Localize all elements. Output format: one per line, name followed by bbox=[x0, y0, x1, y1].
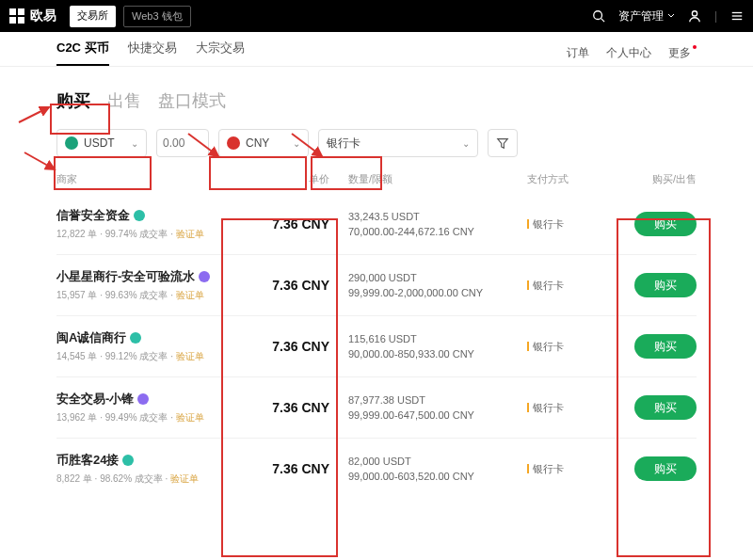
topbar-right: 资产管理 | bbox=[592, 8, 744, 24]
subnav-c2c[interactable]: C2C 买币 bbox=[56, 40, 109, 66]
user-icon[interactable] bbox=[688, 9, 701, 23]
price-value: 7.36 CNY bbox=[245, 278, 339, 293]
price-value: 7.36 CNY bbox=[245, 216, 339, 232]
merchant-name[interactable]: 闽A诚信商行 bbox=[56, 329, 245, 346]
asset-management-link[interactable]: 资产管理 bbox=[618, 8, 675, 24]
verified-label: 验证单 bbox=[170, 473, 199, 484]
svg-rect-1 bbox=[18, 8, 24, 15]
qty-limit: 87,977.38 USDT99,999.00-647,500.00 CNY bbox=[339, 392, 527, 424]
buy-button[interactable]: 购买 bbox=[634, 212, 697, 236]
price-value: 7.36 CNY bbox=[245, 400, 339, 415]
buy-button[interactable]: 购买 bbox=[634, 456, 697, 481]
search-icon[interactable] bbox=[592, 9, 605, 23]
merchant-badge-icon bbox=[137, 393, 149, 405]
payment-bar-icon bbox=[527, 464, 529, 473]
payment-bar-icon bbox=[527, 403, 529, 412]
table-row: 小星星商行-安全可验流水15,957 单 · 99.63% 成交率 · 验证单7… bbox=[56, 254, 697, 315]
merchant-name[interactable]: 安全交易-小锋 bbox=[56, 391, 245, 408]
verified-label: 验证单 bbox=[176, 412, 204, 423]
buy-button[interactable]: 购买 bbox=[634, 273, 697, 297]
payment-method: 银行卡 bbox=[527, 401, 612, 415]
payment-select[interactable]: 银行卡 ⌄ bbox=[318, 129, 478, 157]
subnav-left: C2C 买币 快捷交易 大宗交易 bbox=[56, 40, 245, 66]
price-value: 7.36 CNY bbox=[245, 461, 339, 476]
coin-select[interactable]: USDT ⌄ bbox=[56, 129, 147, 157]
topbar: 欧易 交易所 Web3 钱包 资产管理 | bbox=[0, 0, 753, 32]
svg-line-5 bbox=[601, 19, 605, 23]
svg-rect-2 bbox=[9, 17, 16, 24]
chevron-down-icon: ⌄ bbox=[462, 138, 470, 149]
merchant-stats: 14,545 单 · 99.12% 成交率 · 验证单 bbox=[56, 350, 245, 363]
brand-text: 欧易 bbox=[30, 8, 56, 24]
buy-button[interactable]: 购买 bbox=[634, 334, 697, 359]
merchant-name[interactable]: 信誉安全资金 bbox=[56, 207, 245, 224]
subnav: C2C 买币 快捷交易 大宗交易 订单 个人中心 更多 bbox=[0, 32, 753, 67]
subnav-more[interactable]: 更多 bbox=[668, 45, 697, 61]
table-row: 币胜客24接8,822 单 · 98.62% 成交率 · 验证单7.36 CNY… bbox=[56, 438, 697, 499]
col-price: 单价 bbox=[245, 172, 339, 186]
tab-web3-wallet[interactable]: Web3 钱包 bbox=[123, 6, 191, 27]
logo-icon bbox=[9, 8, 24, 24]
subnav-orders[interactable]: 订单 bbox=[567, 45, 589, 61]
subnav-profile[interactable]: 个人中心 bbox=[606, 45, 651, 61]
subnav-quick[interactable]: 快捷交易 bbox=[128, 40, 177, 66]
mode-tab-orderbook[interactable]: 盘口模式 bbox=[158, 89, 226, 112]
notification-dot-icon bbox=[693, 45, 697, 49]
payment-method: 银行卡 bbox=[527, 279, 612, 293]
qty-limit: 82,000 USDT99,000.00-603,520.00 CNY bbox=[339, 454, 527, 485]
merchant-badge-icon bbox=[134, 210, 145, 221]
subnav-right: 订单 个人中心 更多 bbox=[567, 45, 697, 61]
asset-management-label: 资产管理 bbox=[618, 8, 664, 24]
filter-button[interactable] bbox=[488, 129, 518, 157]
merchant-badge-icon bbox=[199, 271, 210, 282]
brand-logo[interactable]: 欧易 bbox=[9, 8, 56, 24]
mode-tab-buy[interactable]: 购买 bbox=[56, 89, 90, 112]
currency-select[interactable]: CNY ⌄ bbox=[218, 129, 309, 157]
funnel-icon bbox=[496, 136, 509, 150]
merchant-name[interactable]: 币胜客24接 bbox=[56, 452, 245, 469]
col-payment: 支付方式 bbox=[527, 172, 612, 186]
cny-icon bbox=[227, 136, 240, 150]
coin-select-value: USDT bbox=[84, 136, 115, 150]
payment-method: 银行卡 bbox=[527, 340, 612, 354]
price-value: 7.36 CNY bbox=[245, 339, 339, 354]
filters-row: USDT ⌄ CNY ⌄ 银行卡 ⌄ bbox=[0, 112, 753, 157]
payment-bar-icon bbox=[527, 280, 529, 290]
merchant-name[interactable]: 小星星商行-安全可验流水 bbox=[56, 268, 245, 285]
amount-input[interactable] bbox=[156, 129, 209, 157]
merchant-stats: 8,822 单 · 98.62% 成交率 · 验证单 bbox=[56, 472, 245, 486]
verified-label: 验证单 bbox=[176, 290, 204, 300]
table-row: 闽A诚信商行14,545 单 · 99.12% 成交率 · 验证单7.36 CN… bbox=[56, 315, 697, 376]
col-merchant: 商家 bbox=[56, 172, 245, 186]
qty-limit: 33,243.5 USDT70,000.00-244,672.16 CNY bbox=[339, 209, 527, 240]
merchant-stats: 12,822 单 · 99.74% 成交率 · 验证单 bbox=[56, 228, 245, 241]
svg-rect-0 bbox=[9, 8, 16, 15]
chevron-down-icon: ⌄ bbox=[293, 138, 300, 149]
payment-bar-icon bbox=[527, 219, 529, 229]
subnav-block[interactable]: 大宗交易 bbox=[196, 40, 245, 66]
svg-point-4 bbox=[594, 11, 602, 20]
col-action: 购买/出售 bbox=[612, 172, 697, 186]
merchant-stats: 15,957 单 · 99.63% 成交率 · 验证单 bbox=[56, 289, 245, 302]
usdt-icon bbox=[65, 136, 78, 150]
table-body: 信誉安全资金12,822 单 · 99.74% 成交率 · 验证单7.36 CN… bbox=[0, 194, 753, 499]
verified-label: 验证单 bbox=[176, 229, 204, 239]
table-row: 信誉安全资金12,822 单 · 99.74% 成交率 · 验证单7.36 CN… bbox=[56, 194, 697, 254]
verified-label: 验证单 bbox=[176, 351, 204, 361]
payment-method: 银行卡 bbox=[527, 462, 612, 476]
qty-limit: 115,616 USDT90,000.00-850,933.00 CNY bbox=[339, 331, 527, 362]
payment-select-value: 银行卡 bbox=[327, 136, 360, 152]
mode-tabs: 购买 出售 盘口模式 bbox=[56, 89, 697, 112]
table-header: 商家 单价 数量/限额 支付方式 购买/出售 bbox=[0, 157, 753, 194]
buy-button[interactable]: 购买 bbox=[634, 395, 697, 420]
payment-method: 银行卡 bbox=[527, 217, 612, 232]
menu-icon[interactable] bbox=[730, 9, 744, 23]
currency-select-value: CNY bbox=[246, 136, 269, 150]
svg-rect-3 bbox=[18, 17, 24, 24]
tab-exchange[interactable]: 交易所 bbox=[70, 6, 116, 27]
table-row: 安全交易-小锋13,962 单 · 99.49% 成交率 · 验证单7.36 C… bbox=[56, 376, 697, 438]
svg-point-6 bbox=[692, 11, 697, 16]
merchant-badge-icon bbox=[130, 332, 141, 344]
mode-tab-sell[interactable]: 出售 bbox=[107, 89, 141, 112]
merchant-stats: 13,962 单 · 99.49% 成交率 · 验证单 bbox=[56, 411, 245, 424]
